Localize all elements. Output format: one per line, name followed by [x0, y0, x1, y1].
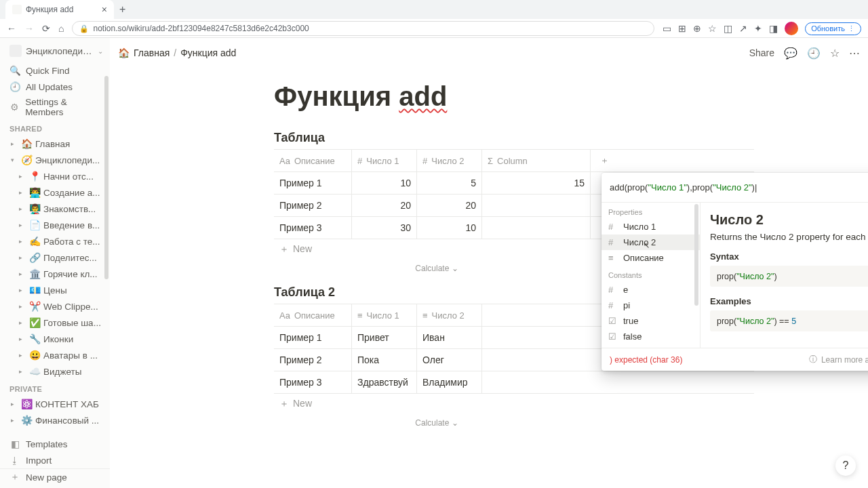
cell-n1[interactable]: Здравствуй	[352, 371, 417, 393]
workspace-switcher[interactable]: Энциклопедия ... ⌄	[0, 38, 110, 62]
chevron-icon[interactable]: ▸	[15, 368, 26, 375]
cell-n2[interactable]: Владимир	[417, 371, 482, 393]
db2-col-n2[interactable]: ≡Число 2	[417, 304, 482, 326]
chevron-icon[interactable]: ▸	[15, 238, 26, 245]
cell-desc[interactable]: Пример 3	[274, 371, 352, 393]
new-tab-button[interactable]: +	[119, 3, 125, 16]
chevron-icon[interactable]: ▸	[15, 270, 26, 277]
share-button[interactable]: Share	[749, 47, 774, 58]
db1-col-desc[interactable]: AaОписание	[274, 150, 352, 171]
chevron-icon[interactable]: ▸	[7, 401, 18, 407]
db1-title[interactable]: Таблица	[274, 131, 754, 145]
star-icon[interactable]: ☆	[708, 23, 717, 34]
cell-desc[interactable]: Пример 2	[274, 195, 352, 216]
sidebar-page-item[interactable]: ▸👨‍💻Создание а...	[0, 184, 110, 201]
url-input[interactable]: 🔒 notion.so/wikiru/add-2bf123094e8247c58…	[72, 21, 654, 36]
cell-formula[interactable]	[482, 195, 591, 216]
page-title[interactable]: Функция add	[274, 81, 754, 112]
chevron-icon[interactable]: ▸	[15, 189, 26, 196]
reload-button[interactable]: ⟳	[42, 23, 50, 34]
comments-icon[interactable]: 💬	[784, 47, 797, 60]
cell-n1[interactable]: 30	[352, 217, 417, 239]
breadcrumb-current[interactable]: Функция add	[180, 47, 236, 58]
chevron-icon[interactable]: ▸	[7, 140, 18, 147]
settings-members[interactable]: ⚙ Settings & Members	[0, 95, 110, 119]
qr-icon[interactable]: ⊞	[678, 23, 686, 34]
db2-calculate[interactable]: Calculate ⌄	[274, 414, 599, 432]
prop-item[interactable]: ≡Описание	[601, 250, 700, 266]
chevron-icon[interactable]: ▸	[15, 336, 26, 342]
db2-new-row[interactable]: ＋New	[274, 394, 754, 414]
cell-formula[interactable]	[482, 217, 591, 239]
cell-desc[interactable]: Пример 1	[274, 327, 352, 348]
help-bubble[interactable]: ?	[835, 455, 856, 476]
back-button[interactable]: ←	[7, 23, 16, 34]
forward-button[interactable]: →	[24, 23, 34, 34]
const-item[interactable]: #pi	[601, 298, 700, 313]
db2-col-desc[interactable]: AaОписание	[274, 304, 352, 326]
sidebar-page-item[interactable]: ▸☁️Виджеты	[0, 363, 110, 380]
sidebar-page-item[interactable]: ▸👨‍🏫Знакомств...	[0, 201, 110, 217]
sidebar-page-item[interactable]: ▸🔧Иконки	[0, 331, 110, 347]
suggestions-scrollbar[interactable]	[694, 204, 698, 306]
cell-formula[interactable]: 15	[482, 172, 591, 194]
ext2-icon[interactable]: ↗	[739, 23, 747, 34]
sidebar-page-item[interactable]: ▸✅Готовые ша...	[0, 314, 110, 331]
db1-calculate[interactable]: Calculate ⌄	[274, 260, 599, 277]
sidebar-page-item[interactable]: ▸🏛️Горячие кл...	[0, 266, 110, 282]
sidebar-page-item[interactable]: ▸😀Аватары в ...	[0, 347, 110, 363]
chevron-icon[interactable]: ▸	[7, 417, 18, 424]
screen-icon[interactable]: ▭	[663, 23, 671, 34]
db2-col-n1[interactable]: ≡Число 1	[352, 304, 417, 326]
extensions-icon[interactable]: ✦	[754, 23, 762, 34]
sidebar-page-item[interactable]: ▸✂️Web Clippe...	[0, 298, 110, 314]
cell-desc[interactable]: Пример 3	[274, 217, 352, 239]
db1-col-formula[interactable]: ΣColumn	[482, 150, 591, 171]
sidebar-page-item[interactable]: ▸⚛️КОНТЕНТ ХАБ	[0, 396, 110, 412]
chevron-icon[interactable]: ▸	[15, 352, 26, 359]
cell-n1[interactable]: Пока	[352, 349, 417, 371]
formula-help-link[interactable]: ⓘLearn more about formulas	[809, 354, 868, 365]
db1-col-n2[interactable]: #Число 2	[417, 150, 482, 171]
cell-n1[interactable]: Привет	[352, 327, 417, 348]
profile-avatar[interactable]	[785, 22, 798, 35]
sidebar-page-item[interactable]: ▸🏠Главная	[0, 136, 110, 152]
updates-icon[interactable]: 🕘	[807, 47, 821, 60]
zoom-icon[interactable]: ⊕	[693, 23, 701, 34]
table-row[interactable]: Пример 3 Здравствуй Владимир	[274, 371, 754, 394]
chevron-icon[interactable]: ▾	[7, 157, 18, 163]
browser-tab[interactable]: Функция add ×	[5, 0, 114, 19]
home-button[interactable]: ⌂	[58, 23, 64, 34]
close-tab-icon[interactable]: ×	[102, 4, 107, 15]
sidebar-page-item[interactable]: ▸✍️Работа с те...	[0, 233, 110, 249]
import-button[interactable]: ⭳ Import	[0, 452, 110, 468]
chevron-icon[interactable]: ▸	[15, 173, 26, 180]
sidebar-page-item[interactable]: ▸⚙️Финансовый ...	[0, 412, 110, 428]
sidebar-scrollbar[interactable]	[104, 76, 108, 279]
cell-n1[interactable]: 10	[352, 172, 417, 194]
sidebar-page-item[interactable]: ▸💶Цены	[0, 282, 110, 298]
prop-item[interactable]: #Число 2↖	[601, 235, 700, 250]
quick-find[interactable]: 🔍 Quick Find	[0, 62, 110, 79]
sidebar-page-item[interactable]: ▸📄Введение в...	[0, 217, 110, 233]
cell-n2[interactable]: 5	[417, 172, 482, 194]
favorite-icon[interactable]: ☆	[830, 47, 840, 60]
breadcrumb-home[interactable]: Главная	[134, 47, 170, 58]
const-item[interactable]: ☑false	[601, 329, 700, 344]
formula-input[interactable]: add(prop("Число 1"),prop("Число 2")|	[610, 182, 868, 192]
chevron-icon[interactable]: ▸	[15, 222, 26, 228]
ext1-icon[interactable]: ◫	[724, 23, 732, 34]
cell-n2[interactable]: 20	[417, 195, 482, 216]
const-item[interactable]: ☑true	[601, 313, 700, 329]
prop-item[interactable]: #Число 1	[601, 219, 700, 235]
cell-n2[interactable]: 10	[417, 217, 482, 239]
cell-n1[interactable]: 20	[352, 195, 417, 216]
all-updates[interactable]: 🕘 All Updates	[0, 79, 110, 95]
sidebar-page-item[interactable]: ▸📍Начни отс...	[0, 168, 110, 184]
chevron-icon[interactable]: ▸	[15, 319, 26, 326]
breadcrumb-home-icon[interactable]: 🏠	[118, 47, 130, 58]
update-button[interactable]: Обновить⋮	[805, 22, 861, 35]
db1-add-column[interactable]: ＋	[591, 150, 618, 171]
chevron-icon[interactable]: ▸	[15, 287, 26, 293]
db1-col-n1[interactable]: #Число 1	[352, 150, 417, 171]
